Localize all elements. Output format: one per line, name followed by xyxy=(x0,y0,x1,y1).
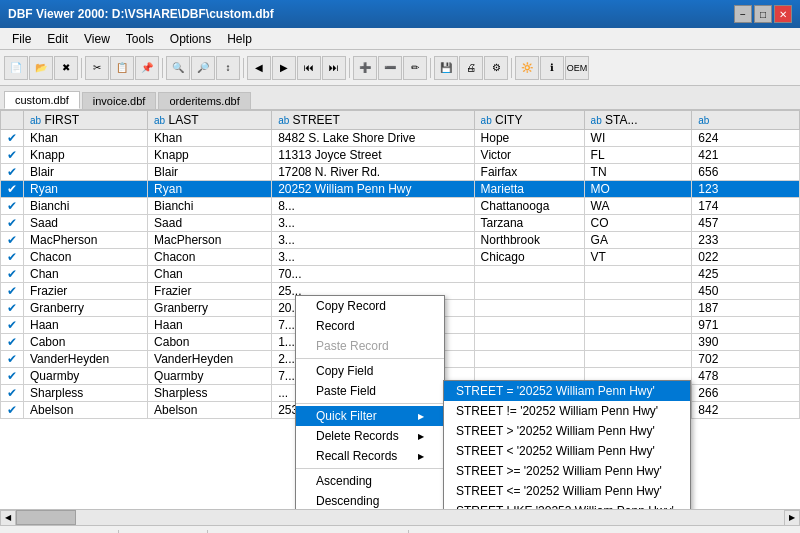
ctx-paste-record[interactable]: Paste Record xyxy=(296,336,444,356)
zoom-button[interactable]: 🔆 xyxy=(515,56,539,80)
filter-like[interactable]: STREET LIKE '20252 William Penn Hwy' xyxy=(444,501,690,509)
delete-button[interactable]: ➖ xyxy=(378,56,402,80)
scroll-track[interactable] xyxy=(16,510,784,525)
cell-city xyxy=(474,300,584,317)
new-button[interactable]: 📄 xyxy=(4,56,28,80)
cell-street: 20252 William Penn Hwy xyxy=(272,181,474,198)
last-button[interactable]: ⏭ xyxy=(322,56,346,80)
cell-first: Knapp xyxy=(24,147,148,164)
menu-edit[interactable]: Edit xyxy=(39,30,76,48)
filter-neq[interactable]: STREET != '20252 William Penn Hwy' xyxy=(444,401,690,421)
filter-eq[interactable]: STREET = '20252 William Penn Hwy' xyxy=(444,381,690,401)
col-street[interactable]: ab STREET xyxy=(272,111,474,130)
col-state[interactable]: ab STA... xyxy=(584,111,692,130)
cell-zip: 187 xyxy=(692,300,800,317)
open-button[interactable]: 📂 xyxy=(29,56,53,80)
table-row[interactable]: ✔ Chacon Chacon 3... Chicago VT 022 xyxy=(1,249,800,266)
cell-last: Quarmby xyxy=(148,368,272,385)
horizontal-scrollbar[interactable]: ◀ ▶ xyxy=(0,509,800,525)
ctx-descending[interactable]: Descending xyxy=(296,491,444,509)
cell-city: Chattanooga xyxy=(474,198,584,215)
first-button[interactable]: ⏮ xyxy=(297,56,321,80)
cell-first: VanderHeyden xyxy=(24,351,148,368)
table-row[interactable]: ✔ MacPherson MacPherson 3... Northbrook … xyxy=(1,232,800,249)
maximize-button[interactable]: □ xyxy=(754,5,772,23)
export-button[interactable]: 💾 xyxy=(434,56,458,80)
cell-street: 11313 Joyce Street xyxy=(272,147,474,164)
ctx-paste-field[interactable]: Paste Field xyxy=(296,381,444,401)
filter-gte[interactable]: STREET >= '20252 William Penn Hwy' xyxy=(444,461,690,481)
menu-file[interactable]: File xyxy=(4,30,39,48)
menu-options[interactable]: Options xyxy=(162,30,219,48)
table-row[interactable]: ✔ Ryan Ryan 20252 William Penn Hwy Marie… xyxy=(1,181,800,198)
table-row[interactable]: ✔ Khan Khan 8482 S. Lake Shore Drive Hop… xyxy=(1,130,800,147)
table-row[interactable]: ✔ Saad Saad 3... Tarzana CO 457 xyxy=(1,215,800,232)
cell-last: Frazier xyxy=(148,283,272,300)
col-zip[interactable]: ab xyxy=(692,111,800,130)
cell-state xyxy=(584,283,692,300)
row-check: ✔ xyxy=(1,181,24,198)
row-check: ✔ xyxy=(1,317,24,334)
tab-bar: custom.dbf invoice.dbf orderitems.dbf xyxy=(0,86,800,110)
table-row[interactable]: ✔ Chan Chan 70... 425 xyxy=(1,266,800,283)
oem-button[interactable]: OEM xyxy=(565,56,589,80)
table-row[interactable]: ✔ Knapp Knapp 11313 Joyce Street Victor … xyxy=(1,147,800,164)
table-row[interactable]: ✔ Blair Blair 17208 N. River Rd. Fairfax… xyxy=(1,164,800,181)
cell-last: Haan xyxy=(148,317,272,334)
cell-first: Blair xyxy=(24,164,148,181)
close-button[interactable]: ✖ xyxy=(54,56,78,80)
ctx-delete-records[interactable]: Delete Records ▶ xyxy=(296,426,444,446)
ctx-copy-record[interactable]: Copy Record xyxy=(296,296,444,316)
cell-street: 8482 S. Lake Shore Drive xyxy=(272,130,474,147)
col-last[interactable]: ab LAST xyxy=(148,111,272,130)
settings-button[interactable]: ⚙ xyxy=(484,56,508,80)
scroll-right-button[interactable]: ▶ xyxy=(784,510,800,526)
table-row[interactable]: ✔ Bianchi Bianchi 8... Chattanooga WA 17… xyxy=(1,198,800,215)
cell-zip: 174 xyxy=(692,198,800,215)
table-container: ab FIRST ab LAST ab STREET ab CITY ab ST… xyxy=(0,110,800,509)
search-button[interactable]: 🔍 xyxy=(166,56,190,80)
cell-city: Hope xyxy=(474,130,584,147)
copy-button[interactable]: 📋 xyxy=(110,56,134,80)
tab-orderitems[interactable]: orderitems.dbf xyxy=(158,92,250,109)
ctx-quick-filter[interactable]: Quick Filter ▶ xyxy=(296,406,444,426)
filter-button[interactable]: 🔎 xyxy=(191,56,215,80)
ctx-ascending[interactable]: Ascending xyxy=(296,471,444,491)
tab-invoice[interactable]: invoice.dbf xyxy=(82,92,157,109)
filter-lte[interactable]: STREET <= '20252 William Penn Hwy' xyxy=(444,481,690,501)
cell-state xyxy=(584,266,692,283)
cell-last: Blair xyxy=(148,164,272,181)
edit-button[interactable]: ✏ xyxy=(403,56,427,80)
menu-view[interactable]: View xyxy=(76,30,118,48)
print-button[interactable]: 🖨 xyxy=(459,56,483,80)
menu-help[interactable]: Help xyxy=(219,30,260,48)
sort-button[interactable]: ↕ xyxy=(216,56,240,80)
filter-gt[interactable]: STREET > '20252 William Penn Hwy' xyxy=(444,421,690,441)
cell-zip: 457 xyxy=(692,215,800,232)
info-button[interactable]: ℹ xyxy=(540,56,564,80)
close-button[interactable]: ✕ xyxy=(774,5,792,23)
tab-custom[interactable]: custom.dbf xyxy=(4,91,80,109)
ctx-copy-field[interactable]: Copy Field xyxy=(296,361,444,381)
scroll-left-button[interactable]: ◀ xyxy=(0,510,16,526)
add-button[interactable]: ➕ xyxy=(353,56,377,80)
filter-lt[interactable]: STREET < '20252 William Penn Hwy' xyxy=(444,441,690,461)
ctx-record[interactable]: Record xyxy=(296,316,444,336)
prev-button[interactable]: ◀ xyxy=(247,56,271,80)
cell-city xyxy=(474,351,584,368)
cell-state: FL xyxy=(584,147,692,164)
menu-tools[interactable]: Tools xyxy=(118,30,162,48)
paste-button[interactable]: 📌 xyxy=(135,56,159,80)
cell-last: MacPherson xyxy=(148,232,272,249)
cell-state: VT xyxy=(584,249,692,266)
ctx-sep-1 xyxy=(296,358,444,359)
cell-last: Bianchi xyxy=(148,198,272,215)
col-first[interactable]: ab FIRST xyxy=(24,111,148,130)
ctx-recall-records[interactable]: Recall Records ▶ xyxy=(296,446,444,466)
minimize-button[interactable]: − xyxy=(734,5,752,23)
next-button[interactable]: ▶ xyxy=(272,56,296,80)
col-city[interactable]: ab CITY xyxy=(474,111,584,130)
cut-button[interactable]: ✂ xyxy=(85,56,109,80)
scroll-thumb[interactable] xyxy=(16,510,76,525)
cell-first: Haan xyxy=(24,317,148,334)
